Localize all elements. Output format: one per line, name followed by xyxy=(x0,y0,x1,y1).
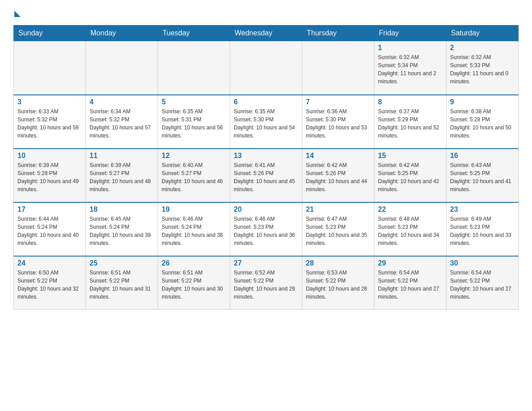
day-number: 19 xyxy=(162,206,226,214)
day-number: 10 xyxy=(17,152,82,160)
day-info: Sunrise: 6:45 AMSunset: 5:24 PMDaylight:… xyxy=(90,215,154,247)
day-number: 5 xyxy=(162,98,226,106)
day-number: 13 xyxy=(234,152,298,160)
day-info: Sunrise: 6:32 AMSunset: 5:33 PMDaylight:… xyxy=(450,53,515,86)
day-info: Sunrise: 6:40 AMSunset: 5:27 PMDaylight:… xyxy=(162,161,226,193)
calendar-day-cell: 15Sunrise: 6:42 AMSunset: 5:25 PMDayligh… xyxy=(374,149,446,202)
calendar-day-cell: 20Sunrise: 6:46 AMSunset: 5:23 PMDayligh… xyxy=(230,202,302,256)
day-number: 23 xyxy=(450,206,515,214)
day-of-week-header: Wednesday xyxy=(230,26,302,41)
day-info: Sunrise: 6:34 AMSunset: 5:32 PMDaylight:… xyxy=(90,107,154,140)
day-number: 8 xyxy=(378,98,442,106)
day-info: Sunrise: 6:35 AMSunset: 5:31 PMDaylight:… xyxy=(162,107,226,140)
day-number: 28 xyxy=(306,259,370,267)
day-info: Sunrise: 6:42 AMSunset: 5:25 PMDaylight:… xyxy=(378,161,442,193)
day-number: 18 xyxy=(90,206,154,214)
day-of-week-header: Thursday xyxy=(302,26,374,41)
day-info: Sunrise: 6:46 AMSunset: 5:23 PMDaylight:… xyxy=(234,215,298,247)
day-info: Sunrise: 6:37 AMSunset: 5:29 PMDaylight:… xyxy=(378,107,442,140)
day-number: 29 xyxy=(378,259,442,267)
day-info: Sunrise: 6:41 AMSunset: 5:26 PMDaylight:… xyxy=(234,161,298,193)
day-number: 16 xyxy=(450,152,515,160)
calendar-day-cell: 8Sunrise: 6:37 AMSunset: 5:29 PMDaylight… xyxy=(374,95,446,149)
day-number: 22 xyxy=(378,206,442,214)
day-number: 26 xyxy=(162,259,226,267)
calendar-day-cell: 12Sunrise: 6:40 AMSunset: 5:27 PMDayligh… xyxy=(158,149,230,202)
calendar-header-row: SundayMondayTuesdayWednesdayThursdayFrid… xyxy=(14,26,519,41)
calendar-day-cell: 26Sunrise: 6:51 AMSunset: 5:22 PMDayligh… xyxy=(158,256,230,310)
day-info: Sunrise: 6:49 AMSunset: 5:23 PMDaylight:… xyxy=(450,215,515,247)
calendar-day-cell: 24Sunrise: 6:50 AMSunset: 5:22 PMDayligh… xyxy=(14,256,86,310)
day-number: 2 xyxy=(450,44,515,52)
calendar-day-cell: 19Sunrise: 6:46 AMSunset: 5:24 PMDayligh… xyxy=(158,202,230,256)
day-info: Sunrise: 6:42 AMSunset: 5:26 PMDaylight:… xyxy=(306,161,370,193)
calendar-day-cell: 25Sunrise: 6:51 AMSunset: 5:22 PMDayligh… xyxy=(86,256,158,310)
calendar-day-cell: 5Sunrise: 6:35 AMSunset: 5:31 PMDaylight… xyxy=(158,95,230,149)
day-number: 9 xyxy=(450,98,515,106)
day-info: Sunrise: 6:36 AMSunset: 5:30 PMDaylight:… xyxy=(306,107,370,140)
day-number: 14 xyxy=(306,152,370,160)
page-header xyxy=(13,9,519,17)
day-info: Sunrise: 6:48 AMSunset: 5:23 PMDaylight:… xyxy=(378,215,442,247)
calendar-week-row: 24Sunrise: 6:50 AMSunset: 5:22 PMDayligh… xyxy=(14,256,519,310)
calendar-day-cell: 18Sunrise: 6:45 AMSunset: 5:24 PMDayligh… xyxy=(86,202,158,256)
day-of-week-header: Friday xyxy=(374,26,446,41)
day-info: Sunrise: 6:51 AMSunset: 5:22 PMDaylight:… xyxy=(162,269,226,301)
day-number: 6 xyxy=(234,98,298,106)
day-number: 4 xyxy=(90,98,154,106)
day-info: Sunrise: 6:39 AMSunset: 5:27 PMDaylight:… xyxy=(90,161,154,193)
calendar-day-cell: 29Sunrise: 6:54 AMSunset: 5:22 PMDayligh… xyxy=(374,256,446,310)
day-number: 3 xyxy=(17,98,82,106)
calendar-day-cell xyxy=(14,41,86,95)
day-of-week-header: Sunday xyxy=(14,26,86,41)
day-number: 15 xyxy=(378,152,442,160)
day-info: Sunrise: 6:52 AMSunset: 5:22 PMDaylight:… xyxy=(234,269,298,301)
calendar-week-row: 1Sunrise: 6:32 AMSunset: 5:34 PMDaylight… xyxy=(14,41,519,95)
day-info: Sunrise: 6:44 AMSunset: 5:24 PMDaylight:… xyxy=(17,215,82,247)
day-number: 27 xyxy=(234,259,298,267)
day-of-week-header: Monday xyxy=(86,26,158,41)
day-of-week-header: Tuesday xyxy=(158,26,230,41)
day-info: Sunrise: 6:50 AMSunset: 5:22 PMDaylight:… xyxy=(17,269,82,301)
calendar-day-cell: 7Sunrise: 6:36 AMSunset: 5:30 PMDaylight… xyxy=(302,95,374,149)
day-number: 24 xyxy=(17,259,82,267)
calendar-day-cell: 23Sunrise: 6:49 AMSunset: 5:23 PMDayligh… xyxy=(446,202,519,256)
calendar-day-cell: 6Sunrise: 6:35 AMSunset: 5:30 PMDaylight… xyxy=(230,95,302,149)
calendar-day-cell: 9Sunrise: 6:38 AMSunset: 5:28 PMDaylight… xyxy=(446,95,519,149)
calendar-day-cell xyxy=(230,41,302,95)
calendar-day-cell xyxy=(302,41,374,95)
calendar-day-cell: 1Sunrise: 6:32 AMSunset: 5:34 PMDaylight… xyxy=(374,41,446,95)
calendar-day-cell: 10Sunrise: 6:39 AMSunset: 5:28 PMDayligh… xyxy=(14,149,86,202)
calendar-week-row: 17Sunrise: 6:44 AMSunset: 5:24 PMDayligh… xyxy=(14,202,519,256)
day-info: Sunrise: 6:53 AMSunset: 5:22 PMDaylight:… xyxy=(306,269,370,301)
calendar-day-cell: 28Sunrise: 6:53 AMSunset: 5:22 PMDayligh… xyxy=(302,256,374,310)
day-number: 25 xyxy=(90,259,154,267)
calendar-day-cell: 11Sunrise: 6:39 AMSunset: 5:27 PMDayligh… xyxy=(86,149,158,202)
day-number: 17 xyxy=(17,206,82,214)
day-info: Sunrise: 6:51 AMSunset: 5:22 PMDaylight:… xyxy=(90,269,154,301)
calendar-day-cell xyxy=(158,41,230,95)
calendar-day-cell: 27Sunrise: 6:52 AMSunset: 5:22 PMDayligh… xyxy=(230,256,302,310)
day-info: Sunrise: 6:46 AMSunset: 5:24 PMDaylight:… xyxy=(162,215,226,247)
day-info: Sunrise: 6:54 AMSunset: 5:22 PMDaylight:… xyxy=(450,269,515,301)
calendar-day-cell: 30Sunrise: 6:54 AMSunset: 5:22 PMDayligh… xyxy=(446,256,519,310)
day-number: 21 xyxy=(306,206,370,214)
calendar-week-row: 10Sunrise: 6:39 AMSunset: 5:28 PMDayligh… xyxy=(14,149,519,202)
calendar-day-cell: 21Sunrise: 6:47 AMSunset: 5:23 PMDayligh… xyxy=(302,202,374,256)
day-info: Sunrise: 6:32 AMSunset: 5:34 PMDaylight:… xyxy=(378,53,442,86)
calendar-day-cell: 22Sunrise: 6:48 AMSunset: 5:23 PMDayligh… xyxy=(374,202,446,256)
calendar-day-cell: 4Sunrise: 6:34 AMSunset: 5:32 PMDaylight… xyxy=(86,95,158,149)
day-number: 1 xyxy=(378,44,442,52)
calendar-day-cell: 16Sunrise: 6:43 AMSunset: 5:25 PMDayligh… xyxy=(446,149,519,202)
logo-triangle-icon xyxy=(14,11,21,17)
day-number: 7 xyxy=(306,98,370,106)
day-info: Sunrise: 6:47 AMSunset: 5:23 PMDaylight:… xyxy=(306,215,370,247)
calendar-day-cell: 13Sunrise: 6:41 AMSunset: 5:26 PMDayligh… xyxy=(230,149,302,202)
day-number: 20 xyxy=(234,206,298,214)
day-number: 12 xyxy=(162,152,226,160)
calendar-table: SundayMondayTuesdayWednesdayThursdayFrid… xyxy=(13,25,519,310)
calendar-day-cell: 2Sunrise: 6:32 AMSunset: 5:33 PMDaylight… xyxy=(446,41,519,95)
calendar-day-cell: 3Sunrise: 6:33 AMSunset: 5:32 PMDaylight… xyxy=(14,95,86,149)
calendar-day-cell: 17Sunrise: 6:44 AMSunset: 5:24 PMDayligh… xyxy=(14,202,86,256)
day-info: Sunrise: 6:33 AMSunset: 5:32 PMDaylight:… xyxy=(17,107,82,140)
